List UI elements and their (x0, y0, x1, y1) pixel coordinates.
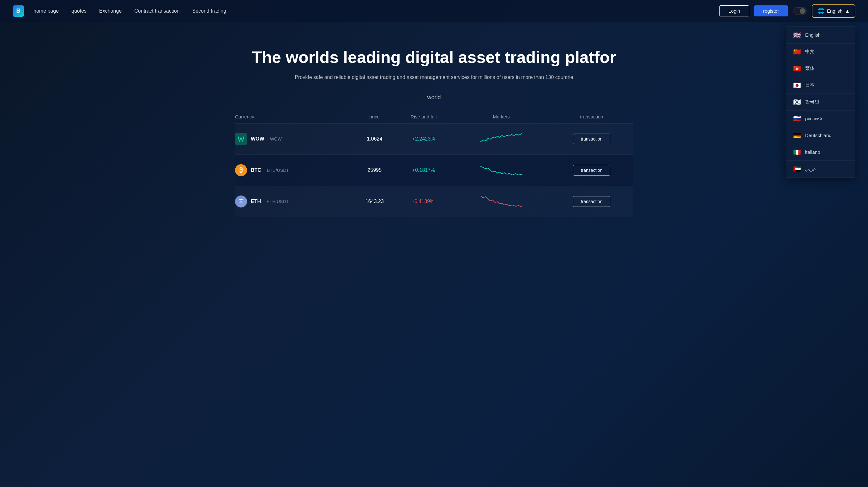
lang-label-english: English (805, 32, 820, 38)
theme-toggle[interactable] (793, 7, 807, 15)
market-table: Currency price Rise and fall Markets tra… (235, 110, 633, 217)
table-header: Currency price Rise and fall Markets tra… (235, 110, 633, 123)
transaction-btc: transaction (550, 154, 633, 186)
language-button[interactable]: 🌐 English ▲ (812, 4, 856, 18)
col-markets: Markets (452, 110, 550, 123)
col-price: price (354, 110, 395, 123)
lang-label-ja: 日本 (805, 82, 815, 88)
lang-option-zh[interactable]: 🇨🇳 中文 (786, 43, 855, 60)
svg-rect-0 (235, 133, 247, 145)
table-row: ₿ BTC BTC/USDT 25995 +0.1817% (235, 154, 633, 186)
lang-option-english[interactable]: 🇬🇧 English (786, 27, 855, 43)
nav-exchange[interactable]: Exchange (99, 8, 122, 14)
flag-uk: 🇬🇧 (793, 31, 801, 39)
currency-cell-btc: ₿ BTC BTC/USDT (235, 154, 354, 186)
coin-name-wow: WOW (251, 136, 265, 142)
table-row: WOW WOW 1.0624 +2.2423% transaction (235, 123, 633, 154)
nav-contract[interactable]: Contract transaction (134, 8, 179, 14)
coin-pair-btc: BTC/USDT (267, 168, 289, 173)
chart-wow (452, 123, 550, 154)
nav-links: home page quotes Exchange Contract trans… (33, 8, 719, 14)
flag-cn: 🇨🇳 (793, 48, 801, 56)
flag-kr: 🇰🇷 (793, 98, 801, 106)
lang-option-de[interactable]: 🇩🇪 Deutschland (786, 127, 855, 144)
flag-ru: 🇷🇺 (793, 115, 801, 123)
coin-icon-wow (235, 133, 247, 145)
logo[interactable]: B (12, 5, 24, 17)
col-change: Rise and fall (395, 110, 453, 123)
price-eth: 1643.23 (354, 186, 395, 217)
login-button[interactable]: Login (719, 5, 749, 17)
transaction-eth: transaction (550, 186, 633, 217)
lang-option-ko[interactable]: 🇰🇷 한국인 (786, 94, 855, 111)
market-table-container: Currency price Rise and fall Markets tra… (222, 110, 646, 217)
lang-label-zh: 中文 (805, 49, 815, 55)
price-btc: 25995 (354, 154, 395, 186)
chart-btc (452, 154, 550, 186)
hero-title: The worlds leading digital asset trading… (229, 48, 639, 67)
coin-icon-eth: Ξ (235, 195, 247, 208)
change-eth: -0.4139% (395, 186, 453, 217)
lang-option-ja[interactable]: 🇯🇵 日本 (786, 77, 855, 94)
toggle-knob (800, 8, 805, 14)
coin-pair-wow: WOW (270, 136, 282, 142)
transaction-wow: transaction (550, 123, 633, 154)
coin-icon-btc: ₿ (235, 164, 247, 176)
hero-subtitle: Provide safe and reliable digital asset … (245, 73, 623, 82)
navbar: B home page quotes Exchange Contract tra… (0, 0, 868, 22)
lang-label-ko: 한국인 (805, 99, 819, 105)
lang-option-tw[interactable]: 🇭🇰 繁体 (786, 60, 855, 77)
currency-cell-wow: WOW WOW (235, 123, 354, 154)
transaction-button-btc[interactable]: transaction (573, 165, 610, 176)
flag-it: 🇮🇹 (793, 148, 801, 156)
col-currency: Currency (235, 110, 354, 123)
flag-de: 🇩🇪 (793, 132, 801, 139)
nav-home[interactable]: home page (33, 8, 59, 14)
coin-name-btc: BTC (251, 168, 261, 173)
lang-label-tw: 繁体 (805, 65, 815, 71)
lang-label-ar: عربي (805, 166, 816, 172)
lang-label-ru: русский (805, 116, 822, 121)
transaction-button-eth[interactable]: transaction (573, 196, 610, 207)
chart-eth (452, 186, 550, 217)
coin-name-eth: ETH (251, 199, 261, 204)
table-row: Ξ ETH ETH/USDT 1643.23 -0.4139% (235, 186, 633, 217)
flag-jp: 🇯🇵 (793, 82, 801, 89)
nav-actions: Login register 🌐 English ▲ 🇬🇧 English 🇨🇳… (719, 4, 856, 18)
nav-quotes[interactable]: quotes (71, 8, 87, 14)
language-dropdown: 🇬🇧 English 🇨🇳 中文 🇭🇰 繁体 🇯🇵 日本 🇰🇷 (786, 27, 856, 178)
register-button[interactable]: register (754, 5, 788, 17)
language-current: English (827, 8, 842, 13)
hero-section: The worlds leading digital asset trading… (0, 22, 868, 230)
price-wow: 1.0624 (354, 123, 395, 154)
table-body: WOW WOW 1.0624 +2.2423% transaction (235, 123, 633, 217)
lang-option-it[interactable]: 🇮🇹 italiano (786, 144, 855, 161)
currency-cell-eth: Ξ ETH ETH/USDT (235, 186, 354, 217)
globe-icon: 🌐 (817, 7, 825, 14)
col-transaction: transaction (550, 110, 633, 123)
flag-ae: 🇦🇪 (793, 165, 801, 173)
change-wow: +2.2423% (395, 123, 453, 154)
transaction-button-wow[interactable]: transaction (573, 133, 610, 144)
change-btc: +0.1817% (395, 154, 453, 186)
lang-label-de: Deutschland (805, 133, 831, 138)
lang-option-ru[interactable]: 🇷🇺 русский (786, 111, 855, 127)
chevron-up-icon: ▲ (845, 8, 850, 13)
coin-pair-eth: ETH/USDT (267, 199, 289, 204)
lang-option-ar[interactable]: 🇦🇪 عربي (786, 161, 855, 177)
lang-label-it: italiano (805, 149, 820, 155)
flag-hk: 🇭🇰 (793, 65, 801, 72)
nav-second[interactable]: Second trading (192, 8, 226, 14)
world-label: world (12, 94, 856, 101)
